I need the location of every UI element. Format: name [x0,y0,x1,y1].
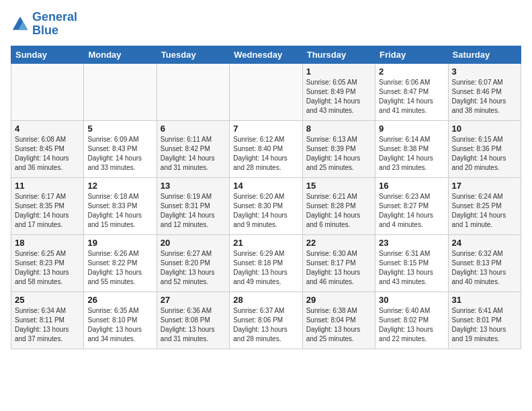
day-info: Sunrise: 6:24 AM Sunset: 8:25 PM Dayligh… [452,192,517,230]
calendar-cell: 20Sunrise: 6:27 AM Sunset: 8:20 PM Dayli… [157,234,229,291]
day-info: Sunrise: 6:18 AM Sunset: 8:33 PM Dayligh… [87,192,152,230]
day-number: 21 [233,238,298,248]
week-row-5: 25Sunrise: 6:34 AM Sunset: 8:11 PM Dayli… [11,291,521,349]
day-info: Sunrise: 6:30 AM Sunset: 8:17 PM Dayligh… [306,249,371,287]
day-info: Sunrise: 6:29 AM Sunset: 8:18 PM Dayligh… [233,249,298,287]
calendar-cell: 7Sunrise: 6:12 AM Sunset: 8:40 PM Daylig… [230,120,302,177]
calendar-cell: 24Sunrise: 6:32 AM Sunset: 8:13 PM Dayli… [448,234,521,291]
day-header-thursday: Thursday [302,46,375,63]
calendar-cell [230,63,302,120]
calendar-cell: 26Sunrise: 6:35 AM Sunset: 8:10 PM Dayli… [84,291,157,349]
day-header-wednesday: Wednesday [230,46,302,63]
day-info: Sunrise: 6:20 AM Sunset: 8:30 PM Dayligh… [233,192,298,230]
day-number: 9 [379,124,444,134]
day-info: Sunrise: 6:34 AM Sunset: 8:11 PM Dayligh… [15,306,80,344]
day-info: Sunrise: 6:26 AM Sunset: 8:22 PM Dayligh… [87,249,152,287]
day-info: Sunrise: 6:07 AM Sunset: 8:46 PM Dayligh… [452,78,517,116]
logo-text: General Blue [32,11,77,38]
calendar-cell: 27Sunrise: 6:36 AM Sunset: 8:08 PM Dayli… [157,291,229,349]
day-number: 10 [452,124,517,134]
calendar-cell: 12Sunrise: 6:18 AM Sunset: 8:33 PM Dayli… [84,177,157,234]
day-header-saturday: Saturday [448,46,521,63]
calendar-cell: 29Sunrise: 6:38 AM Sunset: 8:04 PM Dayli… [302,291,375,349]
day-info: Sunrise: 6:36 AM Sunset: 8:08 PM Dayligh… [161,306,226,344]
week-row-2: 4Sunrise: 6:08 AM Sunset: 8:45 PM Daylig… [11,120,521,177]
day-number: 5 [87,124,152,134]
day-info: Sunrise: 6:11 AM Sunset: 8:42 PM Dayligh… [161,135,226,173]
day-number: 3 [452,66,517,77]
logo-icon [11,15,30,34]
calendar-cell: 16Sunrise: 6:23 AM Sunset: 8:27 PM Dayli… [375,177,448,234]
day-number: 22 [306,238,371,248]
calendar-cell: 5Sunrise: 6:09 AM Sunset: 8:43 PM Daylig… [84,120,157,177]
logo: General Blue [11,11,77,38]
calendar-cell: 19Sunrise: 6:26 AM Sunset: 8:22 PM Dayli… [84,234,157,291]
day-number: 25 [15,295,80,305]
day-info: Sunrise: 6:09 AM Sunset: 8:43 PM Dayligh… [87,135,152,173]
day-number: 28 [233,295,298,305]
day-number: 6 [161,124,226,134]
calendar-cell: 1Sunrise: 6:05 AM Sunset: 8:49 PM Daylig… [302,63,375,120]
calendar-cell: 11Sunrise: 6:17 AM Sunset: 8:35 PM Dayli… [11,177,84,234]
day-number: 17 [452,181,517,191]
calendar-cell: 13Sunrise: 6:19 AM Sunset: 8:31 PM Dayli… [157,177,229,234]
day-number: 24 [452,238,517,248]
calendar-cell: 17Sunrise: 6:24 AM Sunset: 8:25 PM Dayli… [448,177,521,234]
page-header: General Blue [11,11,521,38]
calendar-table: SundayMondayTuesdayWednesdayThursdayFrid… [11,46,521,349]
calendar-cell: 2Sunrise: 6:06 AM Sunset: 8:47 PM Daylig… [375,63,448,120]
day-number: 11 [15,181,80,191]
day-number: 19 [87,238,152,248]
day-info: Sunrise: 6:05 AM Sunset: 8:49 PM Dayligh… [306,78,371,116]
day-number: 13 [161,181,226,191]
day-info: Sunrise: 6:37 AM Sunset: 8:06 PM Dayligh… [233,306,298,344]
day-info: Sunrise: 6:23 AM Sunset: 8:27 PM Dayligh… [379,192,444,230]
day-info: Sunrise: 6:15 AM Sunset: 8:36 PM Dayligh… [452,135,517,173]
day-number: 7 [233,124,298,134]
day-info: Sunrise: 6:13 AM Sunset: 8:39 PM Dayligh… [306,135,371,173]
week-row-1: 1Sunrise: 6:05 AM Sunset: 8:49 PM Daylig… [11,63,521,120]
day-info: Sunrise: 6:25 AM Sunset: 8:23 PM Dayligh… [15,249,80,287]
day-info: Sunrise: 6:31 AM Sunset: 8:15 PM Dayligh… [379,249,444,287]
day-number: 8 [306,124,371,134]
calendar-cell: 25Sunrise: 6:34 AM Sunset: 8:11 PM Dayli… [11,291,84,349]
calendar-cell: 8Sunrise: 6:13 AM Sunset: 8:39 PM Daylig… [302,120,375,177]
day-number: 12 [87,181,152,191]
day-number: 26 [87,295,152,305]
day-number: 29 [306,295,371,305]
day-info: Sunrise: 6:21 AM Sunset: 8:28 PM Dayligh… [306,192,371,230]
day-info: Sunrise: 6:32 AM Sunset: 8:13 PM Dayligh… [452,249,517,287]
calendar-cell: 21Sunrise: 6:29 AM Sunset: 8:18 PM Dayli… [230,234,302,291]
day-number: 1 [306,66,371,77]
calendar-cell: 18Sunrise: 6:25 AM Sunset: 8:23 PM Dayli… [11,234,84,291]
day-number: 31 [452,295,517,305]
day-header-tuesday: Tuesday [157,46,229,63]
calendar-cell: 31Sunrise: 6:41 AM Sunset: 8:01 PM Dayli… [448,291,521,349]
calendar-cell [157,63,229,120]
day-number: 27 [161,295,226,305]
day-info: Sunrise: 6:38 AM Sunset: 8:04 PM Dayligh… [306,306,371,344]
day-number: 14 [233,181,298,191]
week-row-4: 18Sunrise: 6:25 AM Sunset: 8:23 PM Dayli… [11,234,521,291]
calendar-cell [11,63,84,120]
day-header-friday: Friday [375,46,448,63]
day-number: 23 [379,238,444,248]
calendar-cell: 9Sunrise: 6:14 AM Sunset: 8:38 PM Daylig… [375,120,448,177]
day-info: Sunrise: 6:12 AM Sunset: 8:40 PM Dayligh… [233,135,298,173]
day-info: Sunrise: 6:17 AM Sunset: 8:35 PM Dayligh… [15,192,80,230]
day-number: 20 [161,238,226,248]
calendar-cell: 28Sunrise: 6:37 AM Sunset: 8:06 PM Dayli… [230,291,302,349]
day-number: 30 [379,295,444,305]
day-info: Sunrise: 6:14 AM Sunset: 8:38 PM Dayligh… [379,135,444,173]
day-info: Sunrise: 6:41 AM Sunset: 8:01 PM Dayligh… [452,306,517,344]
calendar-cell: 6Sunrise: 6:11 AM Sunset: 8:42 PM Daylig… [157,120,229,177]
day-info: Sunrise: 6:40 AM Sunset: 8:02 PM Dayligh… [379,306,444,344]
day-number: 16 [379,181,444,191]
calendar-cell: 10Sunrise: 6:15 AM Sunset: 8:36 PM Dayli… [448,120,521,177]
day-info: Sunrise: 6:35 AM Sunset: 8:10 PM Dayligh… [87,306,152,344]
day-number: 15 [306,181,371,191]
day-header-sunday: Sunday [11,46,84,63]
day-number: 4 [15,124,80,134]
day-info: Sunrise: 6:06 AM Sunset: 8:47 PM Dayligh… [379,78,444,116]
calendar-cell: 30Sunrise: 6:40 AM Sunset: 8:02 PM Dayli… [375,291,448,349]
